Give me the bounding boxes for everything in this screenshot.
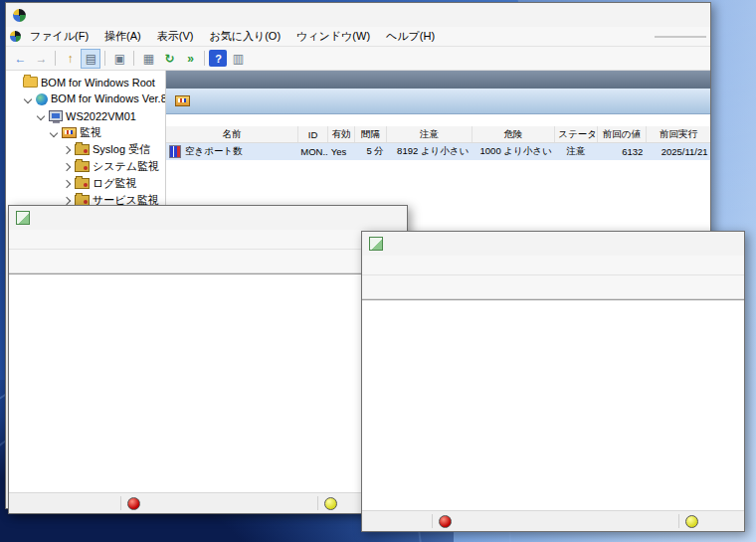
tree-node-icon bbox=[23, 77, 38, 88]
tree-node-icon bbox=[62, 127, 77, 138]
title-bar[interactable] bbox=[9, 206, 407, 230]
空きポート数[interactable]: 空きポート数 MON... Yes 5 分 8192 より小さい 1000 より… bbox=[166, 143, 710, 161]
forward-button[interactable]: → bbox=[31, 49, 51, 69]
main-toolbar: ←→↑▤▣▦↻»?▥ bbox=[6, 47, 710, 71]
toolbar-separator bbox=[204, 51, 205, 66]
tree-expander-icon[interactable] bbox=[50, 128, 58, 136]
chart-panel bbox=[9, 273, 407, 492]
tree-expander-icon[interactable] bbox=[63, 145, 71, 153]
tree-node-icon bbox=[75, 178, 90, 189]
help-button[interactable]: ? bbox=[209, 50, 227, 67]
log-viewer-window-free-ports bbox=[8, 205, 408, 514]
toolbar-separator bbox=[133, 51, 134, 66]
up-folder-button[interactable]: ↑ bbox=[60, 49, 80, 69]
menu-item[interactable]: ヘルプ(H) bbox=[379, 28, 442, 45]
column-header[interactable]: 危険 bbox=[472, 126, 554, 143]
status-danger-section bbox=[121, 496, 318, 510]
column-header[interactable]: ステータス bbox=[555, 126, 598, 143]
log-viewer-window-time-wait bbox=[361, 231, 745, 532]
column-header[interactable]: 有効 bbox=[328, 126, 354, 143]
title-bar[interactable] bbox=[6, 3, 710, 27]
status-state bbox=[362, 514, 433, 528]
title-bar[interactable] bbox=[362, 232, 744, 256]
danger-dot-icon bbox=[127, 497, 140, 510]
tree-node-icon bbox=[75, 161, 90, 172]
table-header-row: 名前ID有効間隔注意危険ステータス前回の値前回実行 bbox=[166, 126, 710, 143]
tree-expander-icon[interactable] bbox=[37, 111, 45, 119]
monitor-group-icon bbox=[175, 95, 190, 106]
tree-node-icon bbox=[49, 110, 63, 121]
menu-item[interactable]: ウィンドウ(W) bbox=[289, 28, 377, 45]
tree-item[interactable]: ログ監視 bbox=[6, 175, 165, 192]
log-viewer-app-icon bbox=[369, 237, 383, 251]
column-header[interactable]: 前回の値 bbox=[597, 126, 646, 143]
column-header[interactable]: 注意 bbox=[387, 126, 472, 143]
danger-dot-icon bbox=[439, 515, 452, 528]
menu-bar bbox=[362, 256, 744, 275]
status-bar bbox=[9, 492, 407, 513]
status-danger-section bbox=[433, 514, 679, 528]
back-button[interactable]: ← bbox=[10, 49, 30, 69]
tree-item[interactable]: システム監視 bbox=[6, 158, 165, 175]
export-button[interactable]: » bbox=[180, 49, 200, 69]
tree-item[interactable]: BOM for Windows Root bbox=[6, 74, 165, 90]
toolbar-separator bbox=[104, 51, 105, 66]
tree-node-icon bbox=[75, 144, 90, 155]
copy-button[interactable]: ▣ bbox=[109, 49, 129, 69]
monitor-items-table: 名前ID有効間隔注意危険ステータス前回の値前回実行 空きポート数 MON... … bbox=[166, 126, 710, 160]
bom-app-icon bbox=[13, 9, 26, 22]
menu-item[interactable]: 操作(A) bbox=[97, 28, 148, 45]
mdi-window-buttons bbox=[655, 36, 706, 38]
path-header bbox=[166, 71, 710, 89]
tree-expander-icon[interactable] bbox=[63, 162, 71, 170]
chart-title bbox=[9, 274, 407, 277]
desktop-wallpaper: ファイル(F)操作(A)表示(V)お気に入り(O)ウィンドウ(W)ヘルプ(H) … bbox=[0, 0, 756, 542]
tree-node-icon bbox=[36, 93, 48, 105]
window-button[interactable]: ▥ bbox=[228, 49, 248, 69]
tree-expander-icon[interactable] bbox=[63, 196, 71, 204]
chart-title bbox=[362, 300, 744, 303]
tree-expander-icon[interactable] bbox=[24, 94, 32, 102]
tree-item[interactable]: WS2022VM01 bbox=[6, 107, 165, 124]
properties-button[interactable]: ▦ bbox=[138, 49, 158, 69]
warning-dot-icon bbox=[324, 497, 337, 510]
viewer-toolbar bbox=[9, 250, 407, 273]
status-warning-section bbox=[679, 514, 744, 528]
viewer-toolbar bbox=[362, 275, 744, 299]
hint-text bbox=[166, 114, 710, 124]
warning-dot-icon bbox=[685, 515, 698, 528]
refresh-button[interactable]: ↻ bbox=[159, 49, 179, 69]
menu-item[interactable]: お気に入り(O) bbox=[202, 28, 287, 45]
column-header[interactable]: 名前 bbox=[166, 126, 297, 143]
bom-app-icon bbox=[10, 31, 21, 42]
section-header bbox=[166, 89, 710, 114]
tree-item[interactable]: Syslog 受信 bbox=[6, 141, 165, 158]
tree-item[interactable]: BOM for Windows Ver.8.0 (ロ bbox=[6, 90, 165, 107]
column-header[interactable]: ID bbox=[297, 126, 328, 143]
menu-item[interactable]: ファイル(F) bbox=[23, 28, 95, 45]
status-bar bbox=[362, 510, 744, 531]
status-state bbox=[9, 496, 121, 510]
show-tree-button[interactable]: ▤ bbox=[81, 49, 100, 69]
column-header[interactable]: 前回実行 bbox=[646, 126, 710, 143]
menu-item[interactable]: 表示(V) bbox=[150, 28, 201, 45]
menu-bar: ファイル(F)操作(A)表示(V)お気に入り(O)ウィンドウ(W)ヘルプ(H) bbox=[6, 27, 710, 47]
tree-expander-icon[interactable] bbox=[63, 179, 71, 187]
menu-bar bbox=[9, 230, 407, 250]
log-viewer-app-icon bbox=[16, 211, 30, 225]
column-header[interactable]: 間隔 bbox=[354, 126, 387, 143]
monitor-item-icon bbox=[169, 145, 181, 158]
chart-panel bbox=[362, 299, 744, 510]
toolbar-separator bbox=[55, 51, 56, 66]
tree-item[interactable]: 監視 bbox=[6, 124, 165, 141]
